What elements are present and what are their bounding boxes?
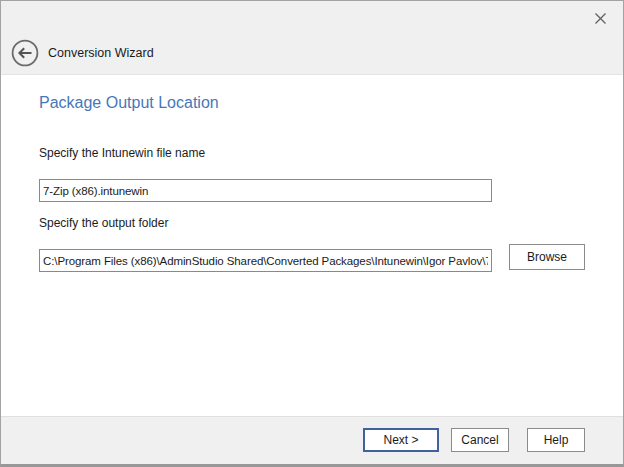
wizard-page-content: Package Output Location Specify the Intu… <box>1 76 623 416</box>
browse-button[interactable]: Browse <box>509 244 585 270</box>
close-button[interactable] <box>589 7 611 29</box>
next-button[interactable]: Next > <box>363 428 439 452</box>
wizard-title: Conversion Wizard <box>48 46 154 60</box>
wizard-footer: Next > Cancel Help <box>1 416 623 464</box>
conversion-wizard-window: Conversion Wizard Package Output Locatio… <box>0 0 624 467</box>
help-button[interactable]: Help <box>527 428 585 452</box>
help-button-label: Help <box>544 433 569 447</box>
page-title: Package Output Location <box>39 94 219 112</box>
intunewin-filename-label: Specify the Intunewin file name <box>39 146 205 160</box>
cancel-button-label: Cancel <box>461 433 498 447</box>
intunewin-filename-input[interactable] <box>39 179 492 202</box>
wizard-header: Conversion Wizard <box>1 1 623 75</box>
browse-button-label: Browse <box>527 250 567 264</box>
back-arrow-icon <box>11 39 39 67</box>
back-button[interactable] <box>11 39 39 67</box>
close-icon <box>594 12 607 25</box>
output-folder-label: Specify the output folder <box>39 216 168 230</box>
cancel-button[interactable]: Cancel <box>451 428 509 452</box>
next-button-label: Next > <box>383 433 418 447</box>
output-folder-input[interactable] <box>39 249 492 272</box>
wizard-title-row: Conversion Wizard <box>11 39 154 67</box>
